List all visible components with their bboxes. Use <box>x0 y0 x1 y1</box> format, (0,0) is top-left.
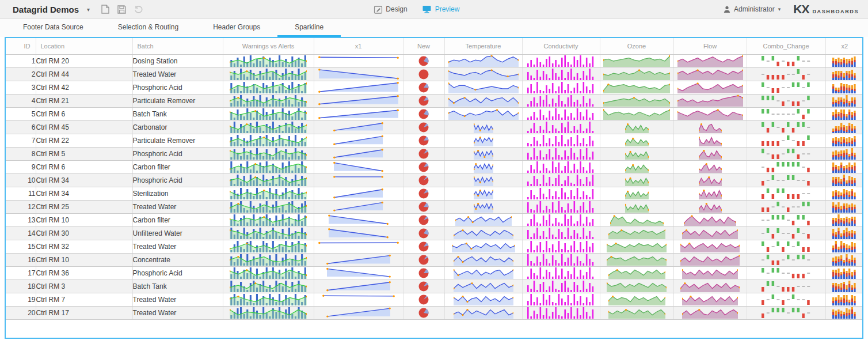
table-row[interactable]: 2Ctrl RM 44Treated Water <box>6 67 863 81</box>
sparkline-ozone <box>600 213 673 226</box>
sparkline-new <box>403 120 444 134</box>
column-header-x1[interactable]: x1 <box>314 38 403 54</box>
table-row[interactable]: 3Ctrl RM 42Phosphoric Acid <box>6 81 863 94</box>
table-row[interactable]: 8Ctrl RM 5Phosphoric Acid <box>6 147 863 160</box>
table-row[interactable]: 13Ctrl RM 10Carbon filter <box>6 213 863 226</box>
table-row[interactable]: 19Ctrl RM 7Treated Water <box>6 293 863 306</box>
sparkline-flow <box>673 266 747 279</box>
cell-batch: Dosing Station <box>132 54 223 67</box>
column-header-id[interactable]: ID <box>6 38 36 54</box>
column-header-flow[interactable]: Flow <box>673 38 747 54</box>
sparkline-new <box>403 240 444 253</box>
sparkline-flow <box>673 173 747 187</box>
sparkline-ozone <box>600 120 673 134</box>
sparkline-warnings <box>223 240 314 253</box>
new-document-icon[interactable] <box>101 5 109 14</box>
cell-id: 14 <box>6 226 36 240</box>
design-button[interactable]: Design <box>374 5 407 14</box>
cell-batch: Phosphoric Acid <box>132 81 223 94</box>
cell-batch: Phosphoric Acid <box>132 147 223 160</box>
table-row[interactable]: 16Ctrl RM 10Concentrate <box>6 253 863 266</box>
cell-location: Ctrl RM 30 <box>36 226 132 240</box>
table-row[interactable]: 14Ctrl RM 30Unfiltered Water <box>6 226 863 240</box>
sparkline-x2 <box>825 266 863 279</box>
sparkline-warnings <box>223 213 314 226</box>
sparkline-flow <box>673 134 747 147</box>
sparkline-temperature <box>444 187 522 200</box>
table-row[interactable]: 10Ctrl RM 34Phosphoric Acid <box>6 173 863 187</box>
table-row[interactable]: 6Ctrl RM 45Carbonator <box>6 120 863 134</box>
column-header-combo[interactable]: Combo_Change <box>747 38 825 54</box>
sparkline-x1 <box>314 107 403 120</box>
table-row[interactable]: 11Ctrl RM 34Sterilization <box>6 187 863 200</box>
sparkline-conductivity <box>522 266 600 279</box>
sparkline-flow <box>673 226 747 240</box>
column-header-batch[interactable]: Batch <box>132 38 223 54</box>
sparkline-combo <box>747 67 825 81</box>
cell-location: Ctrl RM 6 <box>36 107 132 120</box>
sparkline-flow <box>673 253 747 266</box>
cell-id: 16 <box>6 253 36 266</box>
sparkline-new <box>403 147 444 160</box>
sparkline-warnings <box>223 306 314 319</box>
sparkline-x1 <box>314 306 403 319</box>
sparkline-x2 <box>825 213 863 226</box>
table-row[interactable]: 15Ctrl RM 32Treated Water <box>6 240 863 253</box>
sparkline-conductivity <box>522 120 600 134</box>
sparkline-x1 <box>314 293 403 306</box>
column-header-warnings[interactable]: Warnings vs Alerts <box>223 38 314 54</box>
sparkline-temperature <box>444 306 522 319</box>
sparkline-combo <box>747 107 825 120</box>
sparkline-flow <box>673 200 747 213</box>
user-menu[interactable]: Administrator ▾ <box>724 5 781 13</box>
sparkline-new <box>403 293 444 306</box>
cell-batch: Carbon filter <box>132 160 223 173</box>
table-row[interactable]: 9Ctrl RM 6Carbon filter <box>6 160 863 173</box>
undo-icon[interactable] <box>134 5 143 14</box>
tab-header-groups[interactable]: Header Groups <box>196 19 277 37</box>
sparkline-combo <box>747 279 825 293</box>
table-row[interactable]: 5Ctrl RM 6Batch Tank <box>6 107 863 120</box>
sparkline-conductivity <box>522 253 600 266</box>
save-icon[interactable] <box>117 5 126 14</box>
tab-footer-data-source[interactable]: Footer Data Source <box>6 19 101 37</box>
table-row[interactable]: 7Ctrl RM 22Particulate Remover <box>6 134 863 147</box>
table-row[interactable]: 4Ctrl RM 21Particulate Remover <box>6 94 863 107</box>
sparkline-x2 <box>825 279 863 293</box>
sparkline-flow <box>673 120 747 134</box>
column-header-temperature[interactable]: Temperature <box>444 38 522 54</box>
cell-batch: Phosphoric Acid <box>132 266 223 279</box>
cell-location: Ctrl RM 3 <box>36 279 132 293</box>
column-header-ozone[interactable]: Ozone <box>600 38 673 54</box>
sparkline-conductivity <box>522 147 600 160</box>
sparkline-x2 <box>825 226 863 240</box>
title-dropdown-caret[interactable]: ▾ <box>87 6 90 13</box>
column-header-conductivity[interactable]: Conductivity <box>522 38 600 54</box>
tab-selection-routing[interactable]: Selection & Routing <box>101 19 196 37</box>
sparkline-x1 <box>314 200 403 213</box>
column-header-new[interactable]: New <box>403 38 444 54</box>
column-header-location[interactable]: Location <box>36 38 132 54</box>
sparkline-x2 <box>825 147 863 160</box>
sparkline-conductivity <box>522 240 600 253</box>
preview-button[interactable]: Preview <box>422 5 460 13</box>
sparkline-x1 <box>314 266 403 279</box>
sparkline-ozone <box>600 160 673 173</box>
table-row[interactable]: 1Ctrl RM 20Dosing Station <box>6 54 863 67</box>
column-header-x2[interactable]: x2 <box>825 38 863 54</box>
table-row[interactable]: 12Ctrl RM 25Treated Water <box>6 200 863 213</box>
tab-sparkline[interactable]: Sparkline <box>277 19 341 37</box>
table-row[interactable]: 20Ctrl RM 17Treated Water <box>6 306 863 319</box>
sparkline-x2 <box>825 240 863 253</box>
cell-batch: Particulate Remover <box>132 94 223 107</box>
sparkline-temperature <box>444 279 522 293</box>
sparkline-x2 <box>825 67 863 81</box>
sparkline-new <box>403 160 444 173</box>
table-row[interactable]: 18Ctrl RM 3Batch Tank <box>6 279 863 293</box>
table-row[interactable]: 17Ctrl RM 36Phosphoric Acid <box>6 266 863 279</box>
monitor-icon <box>422 5 432 13</box>
sparkline-conductivity <box>522 200 600 213</box>
cell-batch: Treated Water <box>132 67 223 81</box>
sparkline-new <box>403 306 444 319</box>
sparkline-x2 <box>825 160 863 173</box>
